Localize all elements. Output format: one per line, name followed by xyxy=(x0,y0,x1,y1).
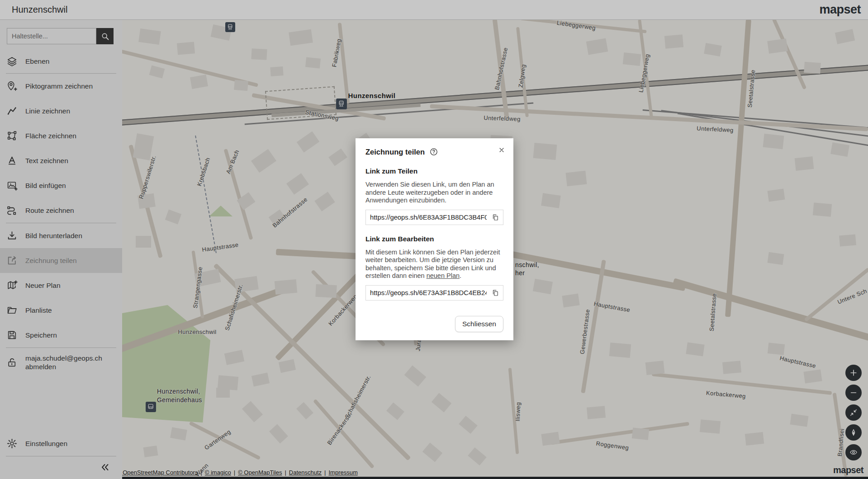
share-dialog: Zeichnung teilen Link zum Teilen Verwend… xyxy=(356,138,513,340)
app-window: FabrikwegBahnhofstrasseZelgwegLiebeggerw… xyxy=(0,0,868,479)
close-icon[interactable] xyxy=(497,146,506,156)
close-icon xyxy=(498,146,505,154)
edit-link-row xyxy=(365,285,503,301)
edit-description-period: . xyxy=(460,272,461,279)
dialog-title: Zeichnung teilen xyxy=(365,148,425,156)
share-link-row xyxy=(365,210,503,225)
schliessen-button[interactable]: Schliessen xyxy=(455,316,503,332)
copy-icon xyxy=(491,289,499,297)
copy-share-link-button[interactable] xyxy=(488,211,503,224)
share-link-description: Verwenden Sie diesen Link, um den Plan a… xyxy=(365,181,503,205)
edit-link-input[interactable] xyxy=(366,289,488,296)
help-icon[interactable] xyxy=(429,147,438,156)
edit-link-description: Mit diesem Link können Sie den Plan jede… xyxy=(365,249,503,280)
copy-icon xyxy=(491,213,499,221)
copy-edit-link-button[interactable] xyxy=(488,286,503,300)
share-link-heading: Link zum Teilen xyxy=(365,167,503,175)
help-icon xyxy=(429,147,438,156)
edit-link-heading: Link zum Bearbeiten xyxy=(365,235,503,243)
share-link-input[interactable] xyxy=(366,214,488,221)
new-plan-link[interactable]: neuen Plan xyxy=(427,272,460,279)
